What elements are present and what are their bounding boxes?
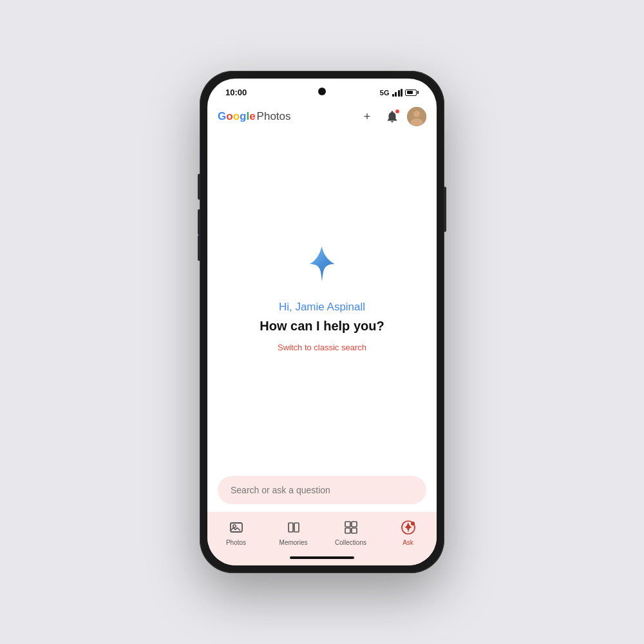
nav-item-ask[interactable]: Ask: [386, 518, 431, 546]
help-text: How can I help you?: [260, 319, 384, 334]
search-input[interactable]: [218, 476, 426, 504]
svg-point-4: [232, 525, 235, 527]
google-photos-logo: Google Photos: [218, 110, 291, 123]
status-icons: 5G: [380, 89, 419, 97]
home-indicator: [207, 551, 437, 565]
svg-rect-9: [345, 522, 350, 527]
svg-rect-8: [352, 528, 357, 533]
svg-point-12: [411, 522, 415, 526]
notification-button[interactable]: [385, 109, 399, 124]
svg-rect-7: [345, 528, 350, 533]
logo-g2: g: [240, 110, 246, 123]
avatar-image: [407, 107, 426, 126]
app-header: Google Photos +: [207, 101, 437, 133]
ask-nav-label: Ask: [402, 539, 413, 546]
logo-g: G: [218, 110, 226, 123]
logo-o1: o: [226, 110, 232, 123]
svg-rect-3: [231, 523, 242, 532]
collections-nav-label: Collections: [335, 539, 366, 546]
network-type: 5G: [380, 89, 390, 97]
svg-rect-10: [352, 522, 357, 527]
battery-icon: [405, 90, 419, 96]
app-name: Photos: [257, 110, 291, 123]
camera-notch: [318, 88, 326, 95]
svg-rect-6: [294, 523, 299, 532]
collections-nav-icon: [342, 518, 360, 536]
memories-nav-icon: [285, 518, 303, 536]
notification-dot: [395, 109, 400, 114]
ai-sparkle-icon: [303, 245, 341, 285]
logo-e: e: [249, 110, 255, 123]
bottom-navigation: Photos Memories: [207, 512, 437, 551]
classic-search-link[interactable]: Switch to classic search: [278, 343, 366, 352]
greeting-text: Hi, Jamie Aspinall: [279, 301, 365, 314]
home-pill: [290, 556, 354, 559]
nav-item-memories[interactable]: Memories: [271, 518, 316, 546]
phone-frame: 10:00 5G Googl: [200, 71, 444, 573]
memories-nav-label: Memories: [279, 539, 308, 546]
add-button[interactable]: +: [357, 106, 377, 127]
main-content: Hi, Jamie Aspinall How can I help you? S…: [207, 133, 437, 471]
svg-rect-5: [289, 523, 293, 532]
svg-point-1: [413, 111, 420, 117]
ask-nav-icon: [399, 518, 417, 536]
header-actions: +: [357, 106, 426, 127]
logo-o2: o: [233, 110, 240, 123]
photos-nav-label: Photos: [226, 539, 246, 546]
status-bar: 10:00 5G: [207, 79, 437, 101]
bottom-nav-wrapper: Photos Memories: [207, 512, 437, 565]
signal-icon: [392, 89, 403, 97]
phone-screen: 10:00 5G Googl: [207, 79, 437, 565]
search-area: [207, 471, 437, 512]
status-time: 10:00: [225, 88, 247, 97]
user-avatar[interactable]: [407, 107, 426, 126]
nav-item-collections[interactable]: Collections: [328, 518, 374, 546]
photos-nav-icon: [227, 518, 245, 536]
nav-item-photos[interactable]: Photos: [214, 518, 259, 546]
